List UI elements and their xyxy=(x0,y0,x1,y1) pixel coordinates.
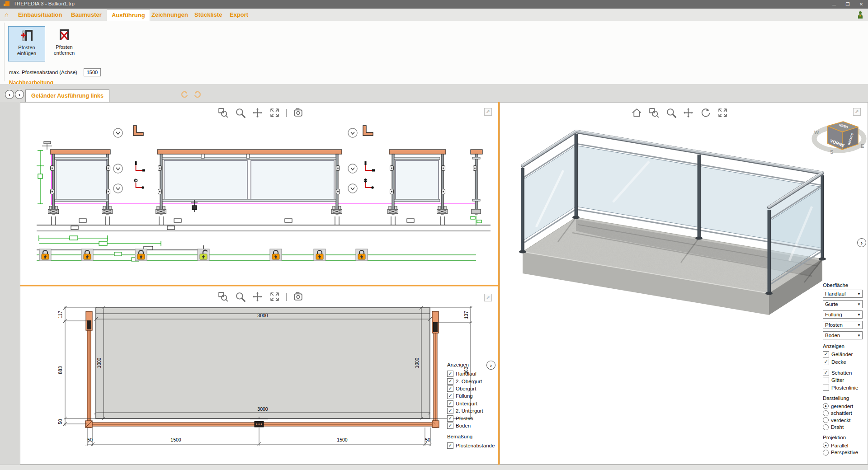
surface-fuellung-dropdown[interactable]: Füllung xyxy=(823,310,863,319)
post-lock-row[interactable] xyxy=(37,245,476,261)
post-lock-locked[interactable] xyxy=(39,249,51,261)
home-view-icon[interactable] xyxy=(631,107,642,118)
rotate-view-icon[interactable] xyxy=(700,107,711,118)
checkbox[interactable]: ✓ xyxy=(447,442,453,449)
surface-gurte-dropdown[interactable]: Gurte xyxy=(823,300,863,308)
snapshot-icon[interactable] xyxy=(292,107,304,118)
checkbox[interactable]: ✓ xyxy=(823,370,829,376)
check-untergurt[interactable]: ✓ Untergurt xyxy=(447,400,506,407)
checkbox[interactable]: ✓ xyxy=(447,378,453,385)
2d-drawing-canvas[interactable]: 3000 3000 117 883 50 1000 1000 137 863 5… xyxy=(20,103,498,464)
check-2-obergurt[interactable]: ✓ 2. Obergurt xyxy=(447,377,506,385)
surface-pfosten-dropdown[interactable]: Pfosten xyxy=(823,321,863,329)
surface-handlauf-dropdown[interactable]: Handlauf xyxy=(823,290,863,298)
zoom-window-icon[interactable] xyxy=(217,291,229,302)
fit-view-icon[interactable] xyxy=(717,107,728,118)
orientation-cube[interactable]: W S E VORNE OBEN RECHTS xyxy=(811,111,868,156)
home-icon[interactable]: ⌂ xyxy=(5,11,9,19)
checkbox[interactable]: ✓ xyxy=(447,385,453,392)
menu-einbausituation[interactable]: Einbausituation xyxy=(14,9,67,21)
post-lock-locked[interactable] xyxy=(135,249,147,261)
check-pfostenlinie[interactable]: Pfostenlinie xyxy=(823,384,868,391)
2d-views-panel[interactable]: 3000 3000 117 883 50 1000 1000 137 863 5… xyxy=(20,102,498,465)
radio-button[interactable]: ● xyxy=(823,442,829,448)
checkbox[interactable]: ✓ xyxy=(447,408,453,414)
radio-draht[interactable]: Draht xyxy=(823,423,868,431)
check-decke[interactable]: ✓ Decke xyxy=(823,358,868,365)
post-lock-locked[interactable] xyxy=(356,249,368,261)
close-button[interactable] xyxy=(854,0,868,9)
check-boden[interactable]: ✓ Boden xyxy=(447,422,506,429)
max-post-spacing-input[interactable] xyxy=(84,68,101,76)
radio-button[interactable] xyxy=(823,450,829,456)
compass-west[interactable]: W xyxy=(814,130,819,135)
fit-view-icon[interactable] xyxy=(269,107,280,118)
radio-button[interactable]: ● xyxy=(823,403,829,409)
pfosten-entfernen-button[interactable]: Pfosten entfernen xyxy=(46,26,82,61)
radio-perspektive[interactable]: Perspektive xyxy=(823,449,868,456)
checkbox[interactable] xyxy=(823,377,829,383)
radio-button[interactable] xyxy=(823,410,829,416)
radio-verdeckt[interactable]: verdeckt xyxy=(823,417,868,424)
undo-icon[interactable] xyxy=(180,91,189,99)
zoom-icon[interactable] xyxy=(235,107,246,118)
compass-south[interactable]: S xyxy=(830,149,833,155)
3d-render-canvas[interactable] xyxy=(500,103,868,464)
zoom-window-icon[interactable] xyxy=(217,107,229,118)
menu-ausfuehrung[interactable]: Ausführung xyxy=(107,9,150,21)
pfosten-einfuegen-button[interactable]: Pfosten einfügen xyxy=(8,26,45,61)
redo-icon[interactable] xyxy=(193,91,202,99)
menu-stueckliste[interactable]: Stückliste xyxy=(190,9,226,21)
zoom-window-icon[interactable] xyxy=(648,107,660,118)
menu-export[interactable]: Export xyxy=(225,9,253,21)
fit-view-icon[interactable] xyxy=(269,291,280,302)
check-gitter[interactable]: Gitter xyxy=(823,376,868,384)
radio-button[interactable] xyxy=(823,424,829,430)
radio-gerendert[interactable]: ● gerendert xyxy=(823,403,868,410)
post-lock-locked[interactable] xyxy=(270,249,282,261)
checkbox[interactable]: ✓ xyxy=(823,359,829,365)
snapshot-icon[interactable] xyxy=(292,291,304,302)
expand-elevation-view-button[interactable] xyxy=(484,108,492,116)
zoom-icon[interactable] xyxy=(665,107,677,118)
post-lock-locked[interactable] xyxy=(314,249,326,261)
check-handlauf[interactable]: ✓ Handlauf xyxy=(447,370,506,377)
check-gelaender[interactable]: ✓ Geländer xyxy=(823,351,868,358)
checkbox[interactable]: ✓ xyxy=(447,400,453,407)
check-pfosten[interactable]: ✓ Pfosten xyxy=(447,414,506,422)
checkbox[interactable]: ✓ xyxy=(447,371,453,377)
surface-boden-dropdown[interactable]: Boden xyxy=(823,331,863,339)
menu-baumuster[interactable]: Baumuster xyxy=(66,9,106,21)
check-fuellung[interactable]: ✓ Füllung xyxy=(447,392,506,400)
pan-icon[interactable] xyxy=(683,107,694,118)
checkbox[interactable]: ✓ xyxy=(447,393,453,399)
minimize-button[interactable] xyxy=(827,0,841,9)
checkbox[interactable]: ✓ xyxy=(823,351,829,357)
post-lock-unlocked[interactable] xyxy=(198,249,209,261)
checkbox[interactable] xyxy=(823,385,829,391)
expand-plan-view-button[interactable] xyxy=(484,294,492,301)
sidebar-collapse-button[interactable] xyxy=(857,238,866,247)
post-lock-locked[interactable] xyxy=(81,249,93,261)
scroll-tabs-left-button[interactable] xyxy=(5,90,14,99)
pan-icon[interactable] xyxy=(252,107,263,118)
doc-tab-gelaender-ausfuehrung-links[interactable]: Geländer Ausführung links xyxy=(25,89,109,102)
display-panel-collapse-button[interactable] xyxy=(486,361,495,370)
check-obergurt[interactable]: ✓ Obergurt xyxy=(447,385,506,392)
scroll-tabs-right-button[interactable] xyxy=(15,90,24,99)
check-schatten[interactable]: ✓ Schatten xyxy=(823,369,868,376)
check-2-untergurt[interactable]: ✓ 2. Untergurt xyxy=(447,407,506,414)
compass-east[interactable]: E xyxy=(861,143,864,149)
pan-icon[interactable] xyxy=(252,291,263,302)
radio-schattiert[interactable]: schattiert xyxy=(823,409,868,417)
check-pfostenabstaende[interactable]: ✓ Pfostenabstände xyxy=(447,442,506,449)
maximize-button[interactable] xyxy=(841,0,854,9)
status-person-icon[interactable] xyxy=(857,11,864,19)
3d-view-panel[interactable]: W S E VORNE OBEN RECHTS Oberfläche Handl… xyxy=(500,102,868,465)
menu-zeichnungen[interactable]: Zeichnungen xyxy=(147,9,193,21)
zoom-icon[interactable] xyxy=(235,291,246,302)
radio-parallel[interactable]: ● Parallel xyxy=(823,442,868,449)
radio-button[interactable] xyxy=(823,417,829,423)
checkbox[interactable]: ✓ xyxy=(447,423,453,429)
checkbox[interactable]: ✓ xyxy=(447,415,453,422)
